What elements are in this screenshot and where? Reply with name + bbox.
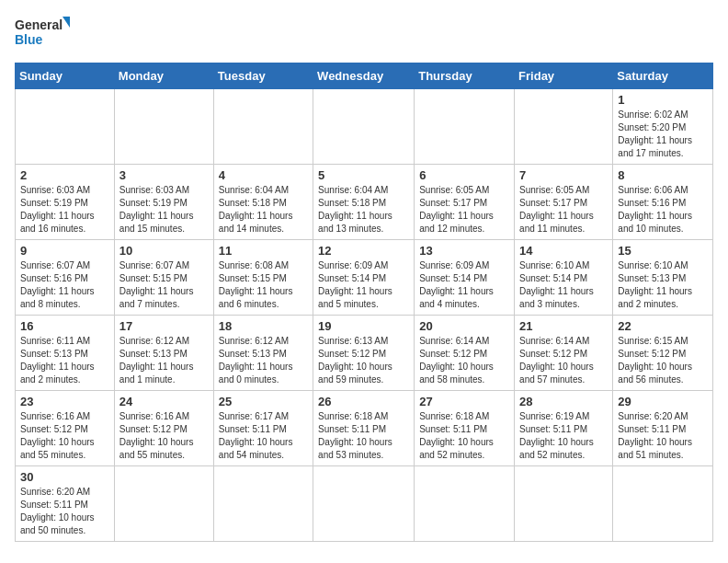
- day-number: 9: [20, 244, 109, 258]
- calendar-cell: [114, 89, 213, 165]
- day-info: Sunrise: 6:03 AM Sunset: 5:19 PM Dayligh…: [119, 184, 209, 236]
- day-number: 3: [119, 168, 209, 182]
- page-header: General Blue: [15, 15, 713, 53]
- calendar-cell: 14Sunrise: 6:10 AM Sunset: 5:14 PM Dayli…: [515, 240, 613, 316]
- calendar-cell: [313, 466, 415, 542]
- calendar-cell: 25Sunrise: 6:17 AM Sunset: 5:11 PM Dayli…: [213, 391, 313, 466]
- day-number: 28: [519, 395, 608, 408]
- day-number: 27: [419, 395, 509, 408]
- column-header-wednesday: Wednesday: [313, 63, 415, 89]
- calendar-cell: 16Sunrise: 6:11 AM Sunset: 5:13 PM Dayli…: [16, 316, 115, 391]
- calendar-cell: 12Sunrise: 6:09 AM Sunset: 5:14 PM Dayli…: [313, 240, 415, 316]
- day-number: 26: [318, 395, 409, 408]
- day-number: 5: [318, 168, 409, 182]
- column-header-friday: Friday: [515, 63, 613, 89]
- day-info: Sunrise: 6:04 AM Sunset: 5:18 PM Dayligh…: [219, 184, 308, 236]
- day-number: 2: [20, 168, 109, 182]
- day-info: Sunrise: 6:16 AM Sunset: 5:12 PM Dayligh…: [119, 410, 209, 462]
- calendar-cell: [415, 89, 515, 165]
- day-info: Sunrise: 6:04 AM Sunset: 5:18 PM Dayligh…: [318, 184, 409, 236]
- calendar-week-row: 16Sunrise: 6:11 AM Sunset: 5:13 PM Dayli…: [16, 316, 713, 391]
- day-number: 1: [618, 93, 708, 107]
- calendar-week-row: 30Sunrise: 6:20 AM Sunset: 5:11 PM Dayli…: [16, 466, 713, 542]
- day-info: Sunrise: 6:09 AM Sunset: 5:14 PM Dayligh…: [419, 259, 509, 311]
- calendar-table: SundayMondayTuesdayWednesdayThursdayFrid…: [15, 63, 713, 542]
- calendar-cell: 15Sunrise: 6:10 AM Sunset: 5:13 PM Dayli…: [613, 240, 713, 316]
- day-info: Sunrise: 6:03 AM Sunset: 5:19 PM Dayligh…: [20, 184, 109, 236]
- calendar-cell: [213, 466, 313, 542]
- day-number: 12: [318, 244, 409, 258]
- calendar-cell: 30Sunrise: 6:20 AM Sunset: 5:11 PM Dayli…: [16, 466, 115, 542]
- calendar-cell: 7Sunrise: 6:05 AM Sunset: 5:17 PM Daylig…: [515, 165, 613, 240]
- day-number: 15: [618, 244, 708, 258]
- calendar-cell: 23Sunrise: 6:16 AM Sunset: 5:12 PM Dayli…: [16, 391, 115, 466]
- calendar-cell: [613, 466, 713, 542]
- calendar-cell: 21Sunrise: 6:14 AM Sunset: 5:12 PM Dayli…: [515, 316, 613, 391]
- day-number: 25: [219, 395, 308, 408]
- day-info: Sunrise: 6:05 AM Sunset: 5:17 PM Dayligh…: [419, 184, 509, 236]
- day-number: 6: [419, 168, 509, 182]
- day-number: 11: [219, 244, 308, 258]
- svg-text:Blue: Blue: [15, 32, 43, 47]
- day-info: Sunrise: 6:09 AM Sunset: 5:14 PM Dayligh…: [318, 259, 409, 311]
- calendar-cell: 22Sunrise: 6:15 AM Sunset: 5:12 PM Dayli…: [613, 316, 713, 391]
- day-info: Sunrise: 6:12 AM Sunset: 5:13 PM Dayligh…: [119, 335, 209, 386]
- calendar-week-row: 23Sunrise: 6:16 AM Sunset: 5:12 PM Dayli…: [16, 391, 713, 466]
- day-number: 8: [618, 168, 708, 182]
- day-info: Sunrise: 6:06 AM Sunset: 5:16 PM Dayligh…: [618, 184, 708, 236]
- day-info: Sunrise: 6:02 AM Sunset: 5:20 PM Dayligh…: [618, 109, 708, 160]
- day-info: Sunrise: 6:18 AM Sunset: 5:11 PM Dayligh…: [318, 410, 409, 462]
- day-info: Sunrise: 6:07 AM Sunset: 5:16 PM Dayligh…: [20, 259, 109, 311]
- column-header-saturday: Saturday: [613, 63, 713, 89]
- day-number: 10: [119, 244, 209, 258]
- day-info: Sunrise: 6:18 AM Sunset: 5:11 PM Dayligh…: [419, 410, 509, 462]
- calendar-cell: 27Sunrise: 6:18 AM Sunset: 5:11 PM Dayli…: [415, 391, 515, 466]
- calendar-cell: 3Sunrise: 6:03 AM Sunset: 5:19 PM Daylig…: [114, 165, 213, 240]
- day-info: Sunrise: 6:10 AM Sunset: 5:13 PM Dayligh…: [618, 259, 708, 311]
- day-info: Sunrise: 6:15 AM Sunset: 5:12 PM Dayligh…: [618, 335, 708, 386]
- calendar-cell: 18Sunrise: 6:12 AM Sunset: 5:13 PM Dayli…: [213, 316, 313, 391]
- day-number: 4: [219, 168, 308, 182]
- column-header-sunday: Sunday: [16, 63, 115, 89]
- day-number: 7: [519, 168, 608, 182]
- day-info: Sunrise: 6:07 AM Sunset: 5:15 PM Dayligh…: [119, 259, 209, 311]
- day-info: Sunrise: 6:20 AM Sunset: 5:11 PM Dayligh…: [618, 410, 708, 462]
- calendar-cell: [415, 466, 515, 542]
- calendar-header-row: SundayMondayTuesdayWednesdayThursdayFrid…: [16, 63, 713, 89]
- calendar-cell: 19Sunrise: 6:13 AM Sunset: 5:12 PM Dayli…: [313, 316, 415, 391]
- day-info: Sunrise: 6:14 AM Sunset: 5:12 PM Dayligh…: [519, 335, 608, 386]
- calendar-cell: [515, 89, 613, 165]
- calendar-cell: 13Sunrise: 6:09 AM Sunset: 5:14 PM Dayli…: [415, 240, 515, 316]
- day-number: 23: [20, 395, 109, 408]
- day-info: Sunrise: 6:05 AM Sunset: 5:17 PM Dayligh…: [519, 184, 608, 236]
- day-info: Sunrise: 6:14 AM Sunset: 5:12 PM Dayligh…: [419, 335, 509, 386]
- calendar-cell: [515, 466, 613, 542]
- svg-text:General: General: [15, 17, 63, 32]
- calendar-cell: 11Sunrise: 6:08 AM Sunset: 5:15 PM Dayli…: [213, 240, 313, 316]
- calendar-cell: [16, 89, 115, 165]
- day-info: Sunrise: 6:19 AM Sunset: 5:11 PM Dayligh…: [519, 410, 608, 462]
- column-header-thursday: Thursday: [415, 63, 515, 89]
- day-info: Sunrise: 6:16 AM Sunset: 5:12 PM Dayligh…: [20, 410, 109, 462]
- day-number: 16: [20, 319, 109, 333]
- day-number: 29: [618, 395, 708, 408]
- column-header-monday: Monday: [114, 63, 213, 89]
- calendar-cell: 10Sunrise: 6:07 AM Sunset: 5:15 PM Dayli…: [114, 240, 213, 316]
- calendar-cell: 2Sunrise: 6:03 AM Sunset: 5:19 PM Daylig…: [16, 165, 115, 240]
- calendar-cell: [114, 466, 213, 542]
- day-info: Sunrise: 6:11 AM Sunset: 5:13 PM Dayligh…: [20, 335, 109, 386]
- calendar-cell: 9Sunrise: 6:07 AM Sunset: 5:16 PM Daylig…: [16, 240, 115, 316]
- calendar-week-row: 9Sunrise: 6:07 AM Sunset: 5:16 PM Daylig…: [16, 240, 713, 316]
- day-number: 17: [119, 319, 209, 333]
- column-header-tuesday: Tuesday: [213, 63, 313, 89]
- day-number: 18: [219, 319, 308, 333]
- svg-marker-2: [63, 17, 70, 28]
- day-number: 24: [119, 395, 209, 408]
- day-info: Sunrise: 6:17 AM Sunset: 5:11 PM Dayligh…: [219, 410, 308, 462]
- day-number: 21: [519, 319, 608, 333]
- calendar-cell: 20Sunrise: 6:14 AM Sunset: 5:12 PM Dayli…: [415, 316, 515, 391]
- calendar-cell: [313, 89, 415, 165]
- calendar-cell: 6Sunrise: 6:05 AM Sunset: 5:17 PM Daylig…: [415, 165, 515, 240]
- day-number: 30: [20, 470, 109, 484]
- day-info: Sunrise: 6:12 AM Sunset: 5:13 PM Dayligh…: [219, 335, 308, 386]
